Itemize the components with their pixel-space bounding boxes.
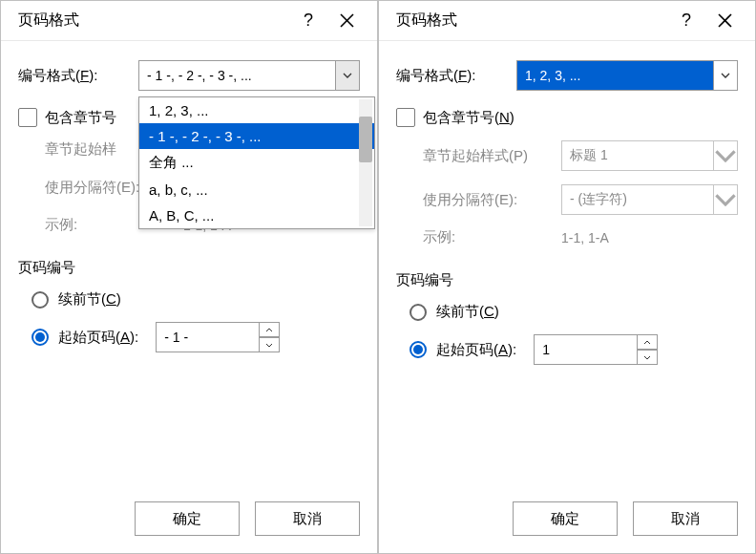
start-at-radio[interactable]: [32, 329, 49, 346]
help-icon[interactable]: ?: [289, 2, 327, 40]
close-icon[interactable]: [705, 2, 744, 40]
chevron-down-icon[interactable]: [335, 60, 360, 91]
spin-up-icon[interactable]: [637, 334, 658, 350]
continue-previous-label: 续前节(C): [58, 290, 121, 309]
spin-down-icon[interactable]: [637, 350, 658, 365]
number-format-label: 编号格式(F):: [396, 67, 516, 85]
include-chapter-label: 包含章节号(N): [423, 109, 514, 127]
number-format-combo[interactable]: 1, 2, 3, ...: [516, 60, 738, 91]
cancel-button[interactable]: 取消: [633, 501, 738, 536]
include-chapter-row: 包含章节号(N): [396, 108, 738, 127]
spin-up-icon[interactable]: [259, 322, 280, 337]
example-value: 1-1, 1-A: [561, 230, 609, 245]
chapter-options: 章节起始样式(P) 标题 1 使用分隔符(E): - (连字符): [396, 140, 738, 246]
chevron-down-icon: [713, 184, 738, 215]
page-numbering-section: 页码编号: [18, 259, 360, 277]
continue-previous-label: 续前节(C): [436, 303, 499, 321]
page-numbering-section: 页码编号: [396, 271, 738, 289]
continue-previous-radio[interactable]: [32, 291, 49, 309]
start-at-label: 起始页码(A):: [58, 329, 138, 347]
include-chapter-checkbox[interactable]: [396, 108, 415, 127]
start-at-value: - 1 -: [164, 330, 188, 345]
number-format-combo[interactable]: - 1 -, - 2 -, - 3 -, ...: [138, 60, 360, 91]
separator-combo: - (连字符): [561, 184, 738, 215]
example-row: 示例: 1-1, 1-A: [423, 228, 738, 246]
start-at-radio[interactable]: [410, 341, 427, 358]
scrollbar-thumb[interactable]: [359, 117, 372, 162]
number-format-row: 编号格式(F): 1, 2, 3, ...: [396, 60, 738, 91]
format-option[interactable]: a, b, c, ...: [139, 177, 374, 202]
continue-previous-row: 续前节(C): [32, 290, 360, 309]
titlebar: 页码格式 ?: [1, 1, 377, 41]
number-format-dropdown[interactable]: 1, 2, 3, ... - 1 -, - 2 -, - 3 -, ... 全角…: [138, 96, 375, 229]
start-at-label: 起始页码(A):: [436, 341, 516, 359]
dialog-content: 编号格式(F): 1, 2, 3, ... 包含章节号(N) 章节起始样式(P)…: [379, 41, 755, 365]
chevron-down-icon[interactable]: [713, 60, 738, 91]
number-format-label: 编号格式(F):: [18, 67, 138, 85]
dialog-buttons: 确定 取消: [135, 501, 360, 536]
format-option[interactable]: A, B, C, ...: [139, 202, 374, 228]
chapter-start-label: 章节起始样式(P): [423, 147, 561, 165]
help-icon[interactable]: ?: [667, 2, 705, 40]
format-option-selected[interactable]: - 1 -, - 2 -, - 3 -, ...: [139, 123, 374, 149]
start-at-value: 1: [542, 342, 550, 357]
include-chapter-label: 包含章节号: [45, 109, 116, 127]
separator-value: - (连字符): [570, 191, 627, 208]
dropdown-scrollbar[interactable]: [359, 99, 372, 226]
format-option[interactable]: 全角 ...: [139, 149, 374, 177]
dialog-title: 页码格式: [396, 11, 667, 31]
page-number-format-dialog-left: 页码格式 ? 编号格式(F): - 1 -, - 2 -, - 3 -, ...…: [0, 0, 378, 554]
start-at-spinner[interactable]: 1: [534, 334, 658, 365]
spin-down-icon[interactable]: [259, 337, 280, 352]
start-at-spinner[interactable]: - 1 -: [156, 322, 280, 352]
continue-previous-radio[interactable]: [410, 304, 427, 321]
start-at-row: 起始页码(A): - 1 -: [32, 322, 360, 352]
start-at-row: 起始页码(A): 1: [410, 334, 738, 365]
separator-row: 使用分隔符(E): - (连字符): [423, 184, 738, 215]
titlebar: 页码格式 ?: [379, 1, 755, 41]
chapter-start-combo: 标题 1: [561, 140, 738, 171]
number-format-row: 编号格式(F): - 1 -, - 2 -, - 3 -, ...: [18, 60, 360, 91]
close-icon[interactable]: [327, 2, 366, 40]
dialog-buttons: 确定 取消: [513, 501, 738, 536]
format-option[interactable]: 1, 2, 3, ...: [139, 97, 374, 123]
include-chapter-checkbox[interactable]: [18, 108, 37, 127]
spinner-buttons: [637, 334, 658, 365]
separator-label: 使用分隔符(E):: [423, 191, 561, 209]
chapter-start-value: 标题 1: [570, 147, 608, 164]
chevron-down-icon: [713, 140, 738, 171]
ok-button[interactable]: 确定: [135, 501, 240, 536]
number-format-value: - 1 -, - 2 -, - 3 -, ...: [147, 68, 252, 83]
example-label: 示例:: [423, 228, 561, 246]
chapter-start-row: 章节起始样式(P) 标题 1: [423, 140, 738, 171]
page-number-format-dialog-right: 页码格式 ? 编号格式(F): 1, 2, 3, ... 包含章节号(N): [378, 0, 756, 554]
continue-previous-row: 续前节(C): [410, 303, 738, 321]
dialog-title: 页码格式: [18, 11, 289, 31]
number-format-value: 1, 2, 3, ...: [525, 68, 580, 83]
ok-button[interactable]: 确定: [513, 501, 618, 536]
cancel-button[interactable]: 取消: [255, 501, 360, 536]
spinner-buttons: [259, 322, 280, 352]
